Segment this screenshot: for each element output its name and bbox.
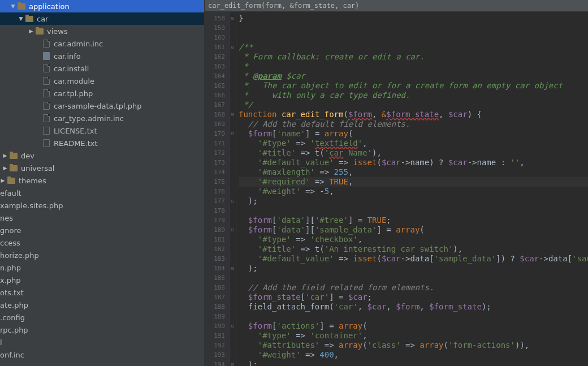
code-content[interactable]: }/** * Form callback: create or edit a c… (236, 12, 588, 366)
code-editor[interactable]: 1581591601611621631641651661671681691701… (205, 12, 588, 366)
line-number[interactable]: 169 (205, 119, 225, 129)
line-number[interactable]: 188 (205, 302, 225, 312)
line-number[interactable]: 171 (205, 139, 225, 148)
line-number[interactable]: 175 (205, 177, 225, 187)
fold-marker[interactable]: ⊟ (230, 129, 236, 139)
fold-marker[interactable] (230, 187, 236, 196)
tree-item[interactable]: efault (0, 187, 204, 199)
tree-item[interactable]: ots.txt (0, 286, 204, 299)
fold-marker[interactable] (230, 52, 236, 62)
expand-arrow-icon[interactable]: ▼ (10, 3, 16, 9)
line-number[interactable]: 168 (205, 110, 225, 119)
tree-item[interactable]: ate.php (0, 299, 204, 311)
line-number[interactable]: 158 (205, 14, 225, 23)
fold-marker[interactable] (230, 91, 236, 100)
line-number[interactable]: 170 (205, 129, 225, 139)
line-number[interactable]: 165 (205, 81, 225, 91)
tree-item[interactable]: ccess (0, 236, 204, 249)
code-line[interactable]: $form['data']['sample_data'] = array( (239, 225, 588, 235)
line-number[interactable]: 191 (205, 331, 225, 341)
code-line[interactable] (239, 33, 588, 42)
expand-arrow-icon[interactable]: ▼ (18, 16, 24, 21)
fold-marker[interactable] (230, 71, 236, 81)
expand-arrow-icon[interactable]: ▶ (2, 165, 8, 171)
line-number[interactable]: 163 (205, 62, 225, 71)
fold-marker[interactable] (230, 177, 236, 187)
code-line[interactable]: '#type' => 'textfield', (239, 139, 588, 148)
fold-marker[interactable] (230, 312, 236, 321)
code-line[interactable] (239, 312, 588, 321)
code-line[interactable]: * Form callback: create or edit a car. (239, 52, 588, 62)
fold-marker[interactable] (230, 158, 236, 167)
code-line[interactable]: * with only a car type defined. (239, 91, 588, 100)
tree-item[interactable]: .config (0, 311, 204, 324)
line-number[interactable]: 173 (205, 158, 225, 167)
line-number[interactable]: 185 (205, 273, 225, 283)
fold-marker[interactable] (230, 206, 236, 216)
tree-item[interactable]: ▼car (0, 12, 204, 25)
fold-marker[interactable] (230, 167, 236, 177)
expand-arrow-icon[interactable]: ▶ (2, 153, 8, 158)
expand-arrow-icon[interactable]: ▶ (28, 28, 34, 34)
tree-item[interactable]: nes (0, 212, 204, 224)
line-number[interactable]: 192 (205, 341, 225, 350)
code-line[interactable]: $form['name'] = array( (239, 129, 588, 139)
fold-marker[interactable] (230, 100, 236, 110)
fold-marker[interactable]: ⊟ (230, 360, 236, 366)
fold-marker[interactable]: ⊟ (230, 42, 236, 52)
tree-item[interactable]: n.php (0, 261, 204, 274)
code-line[interactable]: '#type' => 'checkbox', (239, 235, 588, 244)
tree-item[interactable]: ▼application (0, 0, 204, 12)
line-number[interactable]: 180 (205, 225, 225, 235)
line-number[interactable]: 166 (205, 91, 225, 100)
tree-item[interactable]: ▶views (0, 25, 204, 37)
code-line[interactable]: '#default_value' => isset($car->data['sa… (239, 254, 588, 264)
tree-item[interactable]: x.php (0, 274, 204, 286)
tree-item[interactable]: ▶dev (0, 149, 204, 162)
fold-marker[interactable] (230, 331, 236, 341)
project-sidebar[interactable]: ▼application▼car▶viewscar.admin.inccar.i… (0, 0, 205, 366)
fold-marker[interactable] (230, 33, 236, 42)
tree-item[interactable]: car.tpl.php (0, 87, 204, 100)
code-line[interactable]: // Add the field related form elements. (239, 283, 588, 292)
tree-item[interactable]: xample.sites.php (0, 199, 204, 212)
line-number[interactable]: 167 (205, 100, 225, 110)
line-gutter[interactable]: 1581591601611621631641651661671681691701… (205, 12, 230, 366)
fold-marker[interactable] (230, 139, 236, 148)
line-number[interactable]: 172 (205, 148, 225, 158)
fold-marker[interactable] (230, 341, 236, 350)
tree-item[interactable]: car.info (0, 50, 204, 62)
line-number[interactable]: 189 (205, 312, 225, 321)
line-number[interactable]: 190 (205, 321, 225, 331)
code-line[interactable]: '#maxlength' => 255, (239, 167, 588, 177)
code-line[interactable]: '#title' => t('An interesting car switch… (239, 244, 588, 254)
tree-item[interactable]: l (0, 336, 204, 348)
tree-item[interactable]: car.admin.inc (0, 37, 204, 50)
code-line[interactable]: $form_state['car'] = $car; (239, 292, 588, 302)
line-number[interactable]: 176 (205, 187, 225, 196)
fold-marker[interactable] (230, 350, 236, 360)
code-line[interactable]: '#weight' => -5, (239, 187, 588, 196)
code-line[interactable]: * The car object to edit or for a create… (239, 81, 588, 91)
line-number[interactable]: 177 (205, 196, 225, 206)
fold-marker[interactable] (230, 273, 236, 283)
tree-item[interactable]: car-sample-data.tpl.php (0, 100, 204, 112)
code-line[interactable]: '#title' => t('car Name'), (239, 148, 588, 158)
code-line[interactable]: '#type' => 'container', (239, 331, 588, 341)
fold-marker[interactable] (230, 235, 236, 244)
code-line[interactable]: ); (239, 196, 588, 206)
code-line[interactable]: '#attributes' => array('class' => array(… (239, 341, 588, 350)
line-number[interactable]: 179 (205, 216, 225, 225)
fold-marker[interactable] (230, 62, 236, 71)
line-number[interactable]: 182 (205, 244, 225, 254)
tree-item[interactable]: car.install (0, 62, 204, 75)
fold-column[interactable]: ⊟⊟⊟⊟⊟⊟⊟⊟⊟ (230, 12, 236, 366)
line-number[interactable]: 164 (205, 71, 225, 81)
fold-marker[interactable]: ⊟ (230, 225, 236, 235)
line-number[interactable]: 186 (205, 283, 225, 292)
line-number[interactable]: 160 (205, 33, 225, 42)
code-line[interactable]: * (239, 62, 588, 71)
code-line[interactable]: $form['actions'] = array( (239, 321, 588, 331)
fold-marker[interactable] (230, 23, 236, 33)
code-line[interactable]: function car_edit_form($form, &$form_sta… (239, 110, 588, 119)
